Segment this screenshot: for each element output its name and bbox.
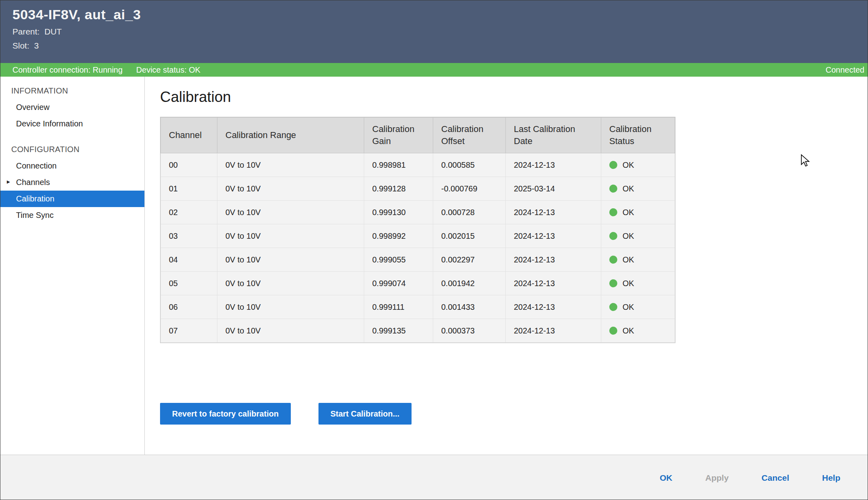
cell-range: 0V to 10V bbox=[217, 153, 364, 177]
start-calibration-button[interactable]: Start Calibration... bbox=[318, 403, 412, 425]
dialog-footer: OK Apply Cancel Help bbox=[0, 455, 868, 500]
cell-offset: -0.000769 bbox=[433, 177, 506, 201]
status-text: OK bbox=[623, 326, 634, 335]
cell-status: OK bbox=[601, 248, 675, 272]
parent-value: DUT bbox=[45, 27, 62, 36]
status-ok-icon bbox=[609, 185, 617, 193]
revert-factory-calibration-button[interactable]: Revert to factory calibration bbox=[160, 403, 291, 425]
connection-status-bar: Controller connection: RunningDevice sta… bbox=[0, 63, 868, 77]
sidebar-item-channels[interactable]: ▸Channels bbox=[0, 174, 144, 191]
cell-channel: 07 bbox=[161, 319, 217, 343]
apply-button[interactable]: Apply bbox=[703, 472, 731, 484]
cell-date: 2024-12-13 bbox=[506, 201, 601, 224]
cell-gain: 0.999074 bbox=[364, 272, 433, 295]
table-row: 04 0V to 10V 0.999055 0.002297 2024-12-1… bbox=[161, 248, 675, 272]
table-row: 06 0V to 10V 0.999111 0.001433 2024-12-1… bbox=[161, 295, 675, 319]
device-status: Device status: OK bbox=[136, 65, 201, 74]
section-title-configuration: CONFIGURATION bbox=[0, 141, 144, 158]
cell-date: 2024-12-13 bbox=[506, 295, 601, 319]
cell-gain: 0.999111 bbox=[364, 295, 433, 319]
navigation-sidebar: INFORMATION Overview Device Information … bbox=[0, 77, 145, 455]
status-text: OK bbox=[623, 303, 634, 311]
table-row: 01 0V to 10V 0.999128 -0.000769 2025-03-… bbox=[161, 177, 675, 201]
cell-channel: 05 bbox=[161, 272, 217, 295]
status-ok-icon bbox=[609, 303, 617, 311]
device-slot-line: Slot:3 bbox=[12, 41, 868, 51]
cell-channel: 02 bbox=[161, 201, 217, 224]
cell-status: OK bbox=[601, 319, 675, 343]
cell-offset: 0.001942 bbox=[433, 272, 506, 295]
status-ok-icon bbox=[609, 161, 617, 169]
device-header: 5034-IF8V, aut_ai_3 Parent:DUT Slot:3 bbox=[0, 0, 868, 63]
column-header-channel: Channel bbox=[161, 118, 217, 153]
sidebar-item-channels-label: Channels bbox=[16, 178, 50, 187]
sidebar-section-configuration: CONFIGURATION Connection ▸Channels Calib… bbox=[0, 141, 144, 224]
content-area: INFORMATION Overview Device Information … bbox=[0, 77, 868, 455]
sidebar-item-connection[interactable]: Connection bbox=[0, 158, 144, 174]
ok-button[interactable]: OK bbox=[657, 472, 675, 484]
sidebar-item-overview[interactable]: Overview bbox=[0, 99, 144, 116]
column-header-calibration-gain: Calibration Gain bbox=[364, 118, 433, 153]
cell-status: OK bbox=[601, 272, 675, 295]
calibration-table-container: Channel Calibration Range Calibration Ga… bbox=[160, 117, 675, 343]
sidebar-section-information: INFORMATION Overview Device Information bbox=[0, 82, 144, 132]
section-title-information: INFORMATION bbox=[0, 82, 144, 99]
table-row: 02 0V to 10V 0.999130 0.000728 2024-12-1… bbox=[161, 201, 675, 224]
column-header-calibration-status: Calibration Status bbox=[601, 118, 675, 153]
cell-offset: 0.002015 bbox=[433, 224, 506, 248]
status-text: OK bbox=[623, 184, 634, 193]
device-title: 5034-IF8V, aut_ai_3 bbox=[12, 7, 868, 22]
page-title: Calibration bbox=[160, 89, 868, 106]
cell-gain: 0.998981 bbox=[364, 153, 433, 177]
cell-range: 0V to 10V bbox=[217, 319, 364, 343]
status-ok-icon bbox=[609, 279, 617, 287]
cell-offset: 0.001433 bbox=[433, 295, 506, 319]
cell-date: 2024-12-13 bbox=[506, 153, 601, 177]
cancel-button[interactable]: Cancel bbox=[759, 472, 792, 484]
cell-status: OK bbox=[601, 295, 675, 319]
table-header-row: Channel Calibration Range Calibration Ga… bbox=[161, 118, 675, 153]
slot-label: Slot: bbox=[12, 41, 29, 50]
cell-offset: 0.002297 bbox=[433, 248, 506, 272]
controller-connection-status: Controller connection: Running bbox=[12, 65, 123, 74]
cell-status: OK bbox=[601, 224, 675, 248]
cell-range: 0V to 10V bbox=[217, 248, 364, 272]
status-ok-icon bbox=[609, 327, 617, 335]
sidebar-item-device-information[interactable]: Device Information bbox=[0, 116, 144, 132]
status-ok-icon bbox=[609, 208, 617, 216]
device-configuration-window: 5034-IF8V, aut_ai_3 Parent:DUT Slot:3 Co… bbox=[0, 0, 868, 500]
cell-channel: 01 bbox=[161, 177, 217, 201]
calibration-panel: Calibration Channel Calibration Range Ca… bbox=[145, 77, 868, 455]
calibration-table: Channel Calibration Range Calibration Ga… bbox=[160, 117, 675, 343]
cell-offset: 0.000585 bbox=[433, 153, 506, 177]
cell-channel: 00 bbox=[161, 153, 217, 177]
cell-status: OK bbox=[601, 153, 675, 177]
status-text: OK bbox=[623, 279, 634, 288]
table-row: 05 0V to 10V 0.999074 0.001942 2024-12-1… bbox=[161, 272, 675, 295]
cell-date: 2024-12-13 bbox=[506, 272, 601, 295]
cell-range: 0V to 10V bbox=[217, 224, 364, 248]
cell-status: OK bbox=[601, 177, 675, 201]
sidebar-item-time-sync[interactable]: Time Sync bbox=[0, 207, 144, 224]
cell-date: 2024-12-13 bbox=[506, 248, 601, 272]
status-ok-icon bbox=[609, 232, 617, 240]
cell-channel: 04 bbox=[161, 248, 217, 272]
cell-gain: 0.999055 bbox=[364, 248, 433, 272]
cell-range: 0V to 10V bbox=[217, 295, 364, 319]
cell-date: 2024-12-13 bbox=[506, 224, 601, 248]
cell-gain: 0.998992 bbox=[364, 224, 433, 248]
column-header-last-calibration-date: Last Calibration Date bbox=[506, 118, 601, 153]
sidebar-item-calibration[interactable]: Calibration bbox=[0, 191, 144, 207]
expand-arrow-icon[interactable]: ▸ bbox=[7, 178, 10, 185]
status-ok-icon bbox=[609, 256, 617, 264]
status-text: OK bbox=[623, 208, 634, 217]
table-row: 03 0V to 10V 0.998992 0.002015 2024-12-1… bbox=[161, 224, 675, 248]
help-button[interactable]: Help bbox=[819, 472, 843, 484]
cell-gain: 0.999128 bbox=[364, 177, 433, 201]
column-header-calibration-offset: Calibration Offset bbox=[433, 118, 506, 153]
status-text: OK bbox=[623, 255, 634, 264]
cell-range: 0V to 10V bbox=[217, 201, 364, 224]
connected-indicator: Connected bbox=[825, 65, 864, 75]
table-row: 00 0V to 10V 0.998981 0.000585 2024-12-1… bbox=[161, 153, 675, 177]
cell-channel: 03 bbox=[161, 224, 217, 248]
